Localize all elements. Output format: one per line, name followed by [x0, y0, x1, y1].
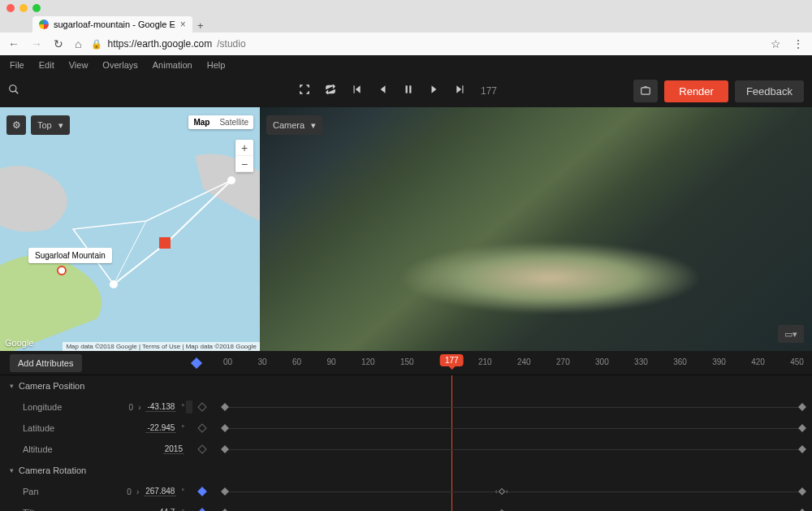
pause-icon[interactable] [403, 84, 414, 98]
camera-dd-label: Camera [273, 120, 304, 130]
prop-pan-label: Pan [23, 487, 39, 496]
pan-value[interactable]: 267.848 [144, 487, 176, 496]
map-terrain [0, 107, 260, 351]
kf-strip[interactable] [186, 401, 192, 414]
map-view-label: Top [37, 120, 52, 130]
render-button[interactable]: Render [664, 80, 728, 102]
playhead[interactable]: 177 [440, 354, 464, 366]
map-type-map[interactable]: Map [188, 115, 214, 129]
kf-toggle-tilt[interactable] [196, 506, 209, 511]
minimize-window[interactable] [19, 4, 28, 12]
ruler-tick: 330 [634, 357, 648, 366]
fullscreen-icon[interactable] [299, 84, 310, 98]
prop-latitude-label: Latitude [23, 423, 54, 433]
step-back-icon[interactable] [377, 84, 388, 98]
menu-overlays[interactable]: Overlays [102, 60, 137, 70]
prop-tilt-label: Tilt [23, 508, 34, 511]
place-marker-icon [57, 266, 67, 275]
viewport-3d[interactable]: Camera▾ ▭▾ [260, 107, 812, 351]
ruler-tick: 360 [673, 357, 687, 366]
ruler-tick: 210 [478, 357, 492, 366]
chevron-down-icon[interactable]: ▾ [10, 382, 14, 390]
search-icon[interactable] [8, 84, 19, 98]
keyframe-master-icon[interactable] [191, 357, 202, 368]
ruler-tick: 150 [400, 357, 414, 366]
timeline: Add Attributes 0030609012015018021024027… [0, 351, 812, 511]
prop-altitude-label: Altitude [23, 444, 53, 454]
close-tab-icon[interactable]: × [180, 19, 186, 30]
zoom-out-button[interactable]: − [235, 156, 253, 172]
snapshot-icon[interactable] [633, 80, 658, 102]
ruler-tick: 30 [257, 357, 266, 366]
tab-title: sugarloaf-mountain - Google E [54, 19, 175, 29]
loop-icon[interactable] [325, 84, 336, 98]
new-tab-button[interactable]: + [192, 18, 209, 32]
browser-tab[interactable]: sugarloaf-mountain - Google E × [32, 16, 192, 32]
svg-point-0 [10, 85, 16, 92]
svg-rect-3 [409, 85, 411, 93]
back-button[interactable]: ← [8, 37, 19, 50]
tab-strip: sugarloaf-mountain - Google E × + [0, 16, 812, 32]
latitude-value[interactable]: -22.945 [145, 423, 176, 433]
place-label: Sugarloaf Mountain [28, 248, 112, 263]
url-field[interactable]: 🔒 https://earth.google.com/studio [91, 38, 761, 50]
google-logo: Google [5, 338, 33, 348]
menu-edit[interactable]: Edit [39, 60, 54, 70]
map-pane[interactable]: ⚙ Top▾ Map Satellite + − Sugarloaf Mount… [0, 107, 260, 351]
maximize-window[interactable] [32, 4, 41, 12]
skip-end-icon[interactable] [455, 84, 466, 98]
ruler-tick: 240 [517, 357, 531, 366]
svg-point-7 [227, 176, 235, 184]
section-camera-rotation: Camera Rotation [19, 466, 86, 475]
home-button[interactable]: ⌂ [75, 37, 81, 50]
url-path: /studio [217, 38, 245, 50]
altitude-value[interactable]: 2015 [163, 444, 184, 454]
kf-toggle-pan[interactable] [196, 485, 209, 498]
add-attributes-button[interactable]: Add Attributes [10, 354, 82, 372]
menu-animation[interactable]: Animation [153, 60, 192, 70]
zoom-control: + − [235, 140, 253, 172]
zoom-in-button[interactable]: + [235, 140, 253, 156]
svg-rect-2 [406, 85, 408, 93]
section-camera-position: Camera Position [19, 381, 84, 391]
feedback-button[interactable]: Feedback [735, 80, 804, 102]
map-attribution: Map data ©2018 Google | Terms of Use | M… [63, 342, 260, 351]
chevron-down-icon: ▾ [58, 120, 63, 131]
longitude-value[interactable]: -43.138 [145, 402, 176, 412]
menu-help[interactable]: Help [207, 60, 226, 70]
prop-longitude-label: Longitude [23, 402, 62, 412]
ruler-tick: 390 [712, 357, 726, 366]
svg-point-6 [110, 280, 118, 288]
map-settings-icon[interactable]: ⚙ [6, 115, 26, 135]
kf-toggle-longitude[interactable] [196, 401, 209, 414]
chevron-down-icon[interactable]: ▾ [10, 466, 14, 474]
playback-bar: Render Feedback [0, 75, 812, 107]
browser-menu-icon[interactable]: ⋮ [793, 37, 804, 50]
close-window[interactable] [6, 4, 15, 12]
ruler-tick: 00 [223, 357, 232, 366]
step-forward-icon[interactable] [429, 84, 440, 98]
map-type-toggle[interactable]: Map Satellite [188, 115, 253, 129]
lock-icon: 🔒 [91, 39, 102, 50]
reload-button[interactable]: ↻ [54, 37, 63, 50]
forward-button[interactable]: → [31, 37, 42, 50]
skip-start-icon[interactable] [351, 84, 362, 98]
kf-toggle-latitude[interactable] [196, 422, 209, 435]
favicon-icon [39, 19, 49, 29]
menu-file[interactable]: File [10, 60, 24, 70]
kf-toggle-altitude[interactable] [196, 443, 209, 456]
ruler-tick: 420 [751, 357, 765, 366]
camera-dropdown[interactable]: Camera▾ [266, 115, 322, 135]
map-view-dropdown[interactable]: Top▾ [31, 115, 70, 135]
camera-marker-icon[interactable] [159, 237, 171, 249]
map-type-satellite[interactable]: Satellite [214, 115, 253, 129]
ruler-tick: 120 [361, 357, 375, 366]
bookmark-icon[interactable]: ☆ [771, 37, 781, 50]
menu-view[interactable]: View [69, 60, 89, 70]
tilt-value[interactable]: 44.7 [158, 508, 176, 511]
aspect-ratio-icon[interactable]: ▭▾ [778, 325, 804, 343]
timeline-ruler[interactable]: 0030609012015018021024027030033036039042… [215, 351, 812, 375]
svg-line-1 [15, 91, 19, 94]
svg-rect-4 [641, 88, 650, 94]
frame-input[interactable] [481, 85, 513, 97]
